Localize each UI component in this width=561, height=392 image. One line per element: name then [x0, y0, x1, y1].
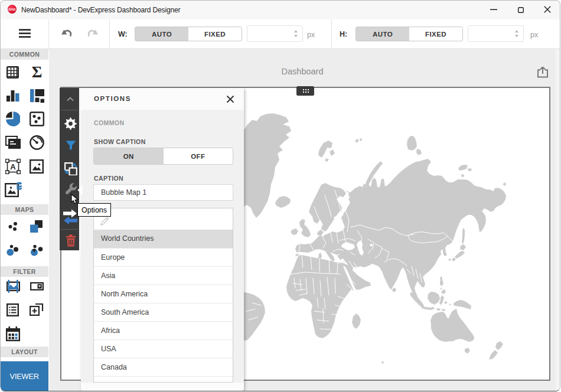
svg-text:Σ: Σ [32, 65, 43, 79]
svg-text:A: A [10, 162, 16, 171]
